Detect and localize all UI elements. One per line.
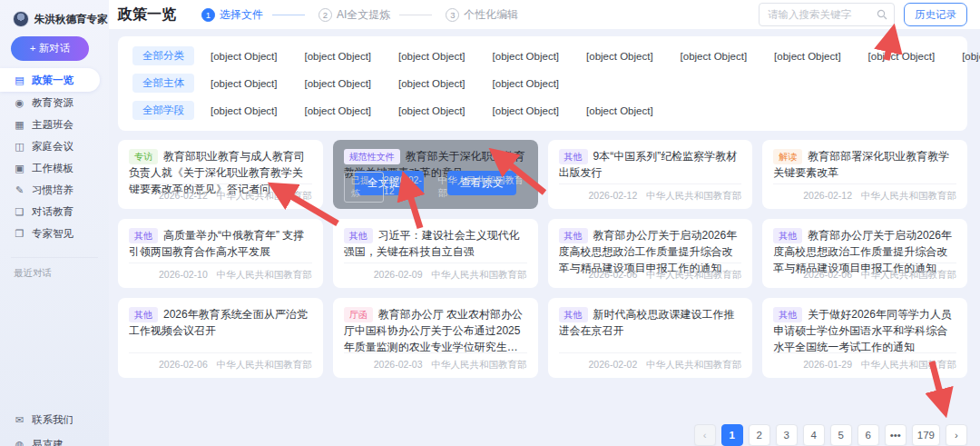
filter-option[interactable]: [object Object] [305,78,372,89]
sidebar-item-label: 习惯培养 [32,183,74,197]
card-meta: 已提炼 2026-02-12 中华人民共和国教育部 [344,166,527,203]
page-button[interactable]: 2 [749,424,770,446]
card-meta-right: 2026-02-12 中华人民共和国教育部 [589,190,742,203]
page-button[interactable]: 3 [776,424,798,446]
card-date: 2026-02-06 [589,269,638,282]
brand-icon: ◍ [14,439,25,446]
sidebar-footer-label: 易克建 [32,438,64,446]
step-label: 个性化编辑 [464,7,518,23]
sidebar-item[interactable]: ✎ 习惯培养 [0,179,100,201]
policy-card[interactable]: 其他教育部办公厅关于启动2026年度高校思想政治工作质量提升综合改革与精品建设项… [548,219,753,288]
filter-option[interactable]: [object Object] [305,105,372,116]
habit-icon: ✎ [14,184,25,196]
policy-card[interactable]: 其他教育部办公厅关于启动2026年度高校思想政治工作质量提升综合改革与精品建设项… [762,219,967,288]
filter-option[interactable]: [object Object] [586,51,653,62]
filter-option[interactable]: [object Object] [398,78,466,89]
policy-card[interactable]: 规范性文件教育部关于深化职业教育教学关键要素改革的意见 全文提炼 查看原文 已提… [333,140,538,209]
main-content: 政策一览 1 选择文件 2 AI全文提炼 3 个性化编辑 [109,0,980,446]
filter-option[interactable]: [object Object] [211,105,278,116]
work-template-icon: ▣ [14,163,25,174]
sidebar-item[interactable]: ▣ 工作模板 [0,157,100,179]
page-button[interactable]: 4 [803,424,825,446]
filter-row: 全部主体 [object Object] [object Object] [ob… [132,74,953,93]
policy-card[interactable]: 厅函教育部办公厅 农业农村部办公厅中国科协办公厅关于公布通过2025年质量监测的… [333,298,538,378]
card-date: 2026-02-02 [589,359,638,372]
sidebar-menu: ▤ 政策一览 ◉ 教育资源 ▦ 主题班会 ◫ 家庭会议 [0,68,109,244]
filter-option[interactable]: [object Object] [305,51,372,62]
prev-page-button[interactable]: ‹ [694,424,716,446]
policy-card[interactable]: 其他高质量举办“中俄教育年” 支撑引领两国教育合作高水平发展 全文提炼 查看原文… [118,219,323,288]
sidebar-item[interactable]: ◉ 教育资源 [0,92,100,114]
card-date: 2026-02-09 [374,269,423,282]
card-meta: 已提炼 2026-01-29 中华人民共和国教育部 [773,352,956,372]
card-meta-right: 2026-02-10 中华人民共和国教育部 [159,269,312,282]
filter-option[interactable]: [object Object] [868,51,936,62]
policy-card[interactable]: 其他新时代高校思政课建设工作推进会在京召开 全文提炼 查看原文 已提炼 2026… [548,298,753,378]
topbar: 政策一览 1 选择文件 2 AI全文提炼 3 个性化编辑 [109,0,980,29]
category-tag: 专访 [129,149,158,164]
filter-option[interactable]: [object Object] [962,51,980,62]
search-input[interactable] [759,3,895,26]
filter-all-button[interactable]: 全部学段 [132,101,194,120]
policy-card[interactable]: 其他2026年教育系统全面从严治党工作视频会议召开 全文提炼 查看原文 已提炼 … [118,298,323,378]
card-meta: 已提炼 2026-02-09 中华人民共和国教育部 [344,263,527,282]
card-date: 2026-02-12 [803,190,852,203]
card-meta: 已提炼 2026-02-02 中华人民共和国教育部 [559,352,742,372]
filter-option[interactable]: [object Object] [681,51,748,62]
page-button[interactable]: 179 [912,424,940,446]
filter-option[interactable]: [object Object] [211,51,278,62]
sidebar-footer-item[interactable]: ✉ 联系我们 [0,408,109,432]
step: 3 个性化编辑 [390,7,518,23]
sidebar-footer-item[interactable]: ◍ 易克建 [0,432,109,446]
filter-option[interactable]: [object Object] [774,51,841,62]
category-tag: 其他 [773,228,802,243]
card-meta: 已提炼 2026-02-06 中华人民共和国教育部 [129,352,312,372]
search-icon[interactable] [877,9,887,20]
page-button[interactable]: 5 [830,424,852,446]
card-date: 2026-02-10 [159,269,208,282]
contact-us-icon: ✉ [14,414,25,426]
card-meta: 已提炼 2026-02-12 中华人民共和国教育部 [129,183,312,203]
user-profile[interactable]: 朱洪秋德育专家 [0,0,109,27]
page-button[interactable]: ••• [885,424,906,446]
filter-option[interactable]: [object Object] [493,78,560,89]
card-source: 中华人民共和国教育部 [861,190,956,203]
filter-option[interactable]: [object Object] [398,105,466,116]
filter-option[interactable]: [object Object] [586,105,653,116]
policy-card[interactable]: 其他关于做好2026年同等学力人员申请硕士学位外国语水平和学科综合水平全国统一考… [762,298,967,378]
card-date: 2026-02-12 [384,174,429,200]
card-date: 2026-02-03 [374,359,423,372]
card-date: 2026-02-06 [159,359,208,372]
policy-card[interactable]: 其他9本“中国系列”纪检监察学教材出版发行 全文提炼 查看原文 已提炼 2026… [548,140,753,209]
policy-card[interactable]: 其他习近平：建设社会主义现代化强国，关键在科技自立自强 全文提炼 查看原文 已提… [333,219,538,288]
filter-option[interactable]: [object Object] [493,51,560,62]
sidebar-item[interactable]: ❐ 专家智见 [0,223,100,244]
recent-section: 最近对话 [0,257,109,280]
card-source: 中华人民共和国教育部 [432,359,527,372]
new-chat-button[interactable]: + 新对话 [11,36,89,61]
filter-option[interactable]: [object Object] [493,105,560,116]
policy-card[interactable]: 解读教育部部署深化职业教育教学关键要素改革 全文提炼 查看原文 已提炼 2026… [762,140,967,209]
sidebar-item[interactable]: ◫ 家庭会议 [0,135,100,157]
filter-option[interactable]: [object Object] [398,51,466,62]
sidebar-item[interactable]: ❏ 对话教育 [0,201,100,223]
filter-all-button[interactable]: 全部主体 [132,74,194,93]
sidebar-item[interactable]: ▤ 政策一览 [0,68,100,92]
card-title-line: 其他2026年教育系统全面从严治党工作视频会议召开 [129,306,312,339]
policy-card[interactable]: 专访教育部职业教育与成人教育司负责人就《关于深化职业教育教学关键要素改革的意见》… [118,140,323,209]
card-date: 2026-02-12 [159,190,208,203]
next-page-button[interactable]: › [946,424,967,446]
filter-option[interactable]: [object Object] [211,78,278,89]
sidebar-item-label: 对话教育 [32,205,74,219]
sidebar-item[interactable]: ▦ 主题班会 [0,114,100,135]
page-button[interactable]: 1 [721,424,743,446]
filter-options: [object Object] [object Object] [object … [211,78,559,89]
page-button[interactable]: 6 [858,424,879,446]
card-title-line: 其他9本“中国系列”纪检监察学教材出版发行 [559,148,742,181]
category-tag: 规范性文件 [344,149,400,164]
step-number: 2 [318,8,332,22]
sidebar-item-label: 教育资源 [32,96,74,110]
step-number: 3 [446,8,459,22]
history-button[interactable]: 历史记录 [904,3,967,26]
filter-all-button[interactable]: 全部分类 [132,46,194,65]
